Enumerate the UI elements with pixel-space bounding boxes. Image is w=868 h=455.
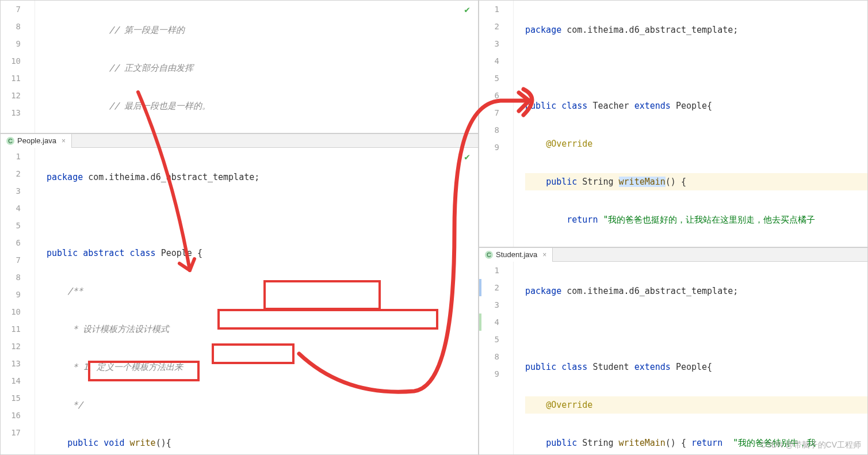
line-number: 9 xyxy=(479,139,499,156)
keyword: return xyxy=(691,438,722,448)
line-number: 17 xyxy=(1,424,21,441)
tab-label: People.java xyxy=(17,136,56,145)
line-number: 7 xyxy=(1,1,21,18)
line-number: 15 xyxy=(1,389,21,407)
line-number: 6 xyxy=(1,234,21,251)
line-number: 13 xyxy=(1,355,21,372)
editor[interactable]: ✔ 7 8 9 10 11 12 13 // 第一段是一样的 // 正文部分自由… xyxy=(1,1,478,133)
comment: * 设计模板方法设计模式 xyxy=(67,324,169,334)
close-icon[interactable]: × xyxy=(542,251,546,259)
line-number: 12 xyxy=(1,87,21,104)
line-number: 9 xyxy=(479,365,499,383)
tab-label: Student.java xyxy=(496,250,537,259)
code: com.itheima.d6_abstract_template; xyxy=(561,25,738,35)
line-number: 12 xyxy=(1,338,21,355)
line-number: 2 xyxy=(1,165,21,182)
line-number: 5 xyxy=(479,70,499,87)
comment: // 正文部分自由发挥 xyxy=(109,63,193,73)
line-number: 8 xyxy=(479,121,499,139)
keyword: class xyxy=(561,101,587,111)
code: People{ xyxy=(671,362,712,372)
keyword: package xyxy=(525,25,561,35)
line-number: 11 xyxy=(1,70,21,87)
code-area[interactable]: // 第一段是一样的 // 正文部分自由发挥 // 最后一段也是一样的。 Tea… xyxy=(35,1,478,133)
annotation: @Override xyxy=(546,400,592,410)
line-number: 2 xyxy=(479,18,499,35)
keyword: public xyxy=(67,438,98,448)
line-number: 9 xyxy=(1,35,21,52)
line-number: 3 xyxy=(1,182,21,200)
tab-student[interactable]: C Student.java × xyxy=(479,248,553,262)
line-number: 1 xyxy=(479,1,499,18)
editor-pane-bottom-right: C Student.java × 1 2 3 4 5 8 9 package c… xyxy=(479,247,868,455)
comment: // 最后一段也是一样的。 xyxy=(109,101,211,111)
code: Teacher xyxy=(587,101,634,111)
code-area[interactable]: package com.itheima.d6_abstract_template… xyxy=(35,148,478,454)
line-number: 5 xyxy=(1,217,21,234)
line-number: 4 xyxy=(479,313,499,331)
code: People { xyxy=(156,248,202,258)
editor[interactable]: 1 2 3 4 5 8 9 package com.itheima.d6_abs… xyxy=(479,262,867,454)
code: Student xyxy=(587,362,634,372)
keyword: class xyxy=(561,362,587,372)
comment: */ xyxy=(67,400,83,410)
watermark: CSDN @带脑子的CV工程师 xyxy=(760,440,861,450)
editor[interactable]: ✔ 1 2 3 4 5 6 7 8 9 10 11 12 13 14 15 16… xyxy=(1,148,478,454)
keyword: public xyxy=(525,101,556,111)
tab-people[interactable]: C People.java × xyxy=(1,134,72,148)
code: (){ xyxy=(156,438,171,448)
line-number: 11 xyxy=(1,320,21,338)
code: com.itheima.d6_abstract_template; xyxy=(83,172,259,182)
string: "我的爸爸也挺好的，让我站在这里别走，他去买点橘子 xyxy=(598,215,815,225)
code: People{ xyxy=(671,101,712,111)
line-number: 14 xyxy=(1,372,21,389)
line-number: 8 xyxy=(479,348,499,365)
method-name: write xyxy=(130,438,156,448)
line-number: 16 xyxy=(1,407,21,424)
comment: /** xyxy=(67,286,83,296)
keyword: extends xyxy=(634,362,671,372)
line-number: 7 xyxy=(1,251,21,269)
code: String xyxy=(577,438,618,448)
keyword: public xyxy=(546,177,577,187)
code-area[interactable]: package com.itheima.d6_abstract_template… xyxy=(514,262,867,454)
gutter: 1 2 3 4 5 6 7 8 9 xyxy=(479,1,514,247)
line-number: 5 xyxy=(479,331,499,348)
line-number: 2 xyxy=(479,279,499,296)
keyword: public xyxy=(47,248,78,258)
line-number: 4 xyxy=(1,200,21,217)
method-name: writeMain xyxy=(619,438,666,448)
editor[interactable]: 1 2 3 4 5 6 7 8 9 package com.itheima.d6… xyxy=(479,1,867,247)
keyword: public xyxy=(546,438,577,448)
gutter: 1 2 3 4 5 8 9 xyxy=(479,262,514,454)
code-area[interactable]: package com.itheima.d6_abstract_template… xyxy=(514,1,867,247)
keyword: extends xyxy=(634,101,671,111)
editor-pane-top-right: 1 2 3 4 5 6 7 8 9 package com.itheima.d6… xyxy=(479,0,868,247)
comment: * 1、定义一个模板方法出来 xyxy=(67,362,183,372)
tab-bar: C People.java × xyxy=(1,134,478,148)
keyword: public xyxy=(525,362,556,372)
editor-pane-top-left: ✔ 7 8 9 10 11 12 13 // 第一段是一样的 // 正文部分自由… xyxy=(0,0,479,133)
line-number: 8 xyxy=(1,269,21,286)
close-icon[interactable]: × xyxy=(62,137,66,145)
line-number: 3 xyxy=(479,296,499,313)
gutter: 7 8 9 10 11 12 13 xyxy=(1,1,35,133)
method-name: writeMain xyxy=(619,177,666,187)
class-icon: C xyxy=(6,137,14,145)
keyword: package xyxy=(47,172,83,182)
code: () { xyxy=(666,177,686,187)
line-number: 13 xyxy=(1,104,21,121)
line-number: 6 xyxy=(479,87,499,104)
line-number: 4 xyxy=(479,52,499,70)
line-number: 7 xyxy=(479,104,499,121)
class-icon: C xyxy=(485,251,493,259)
line-number: 10 xyxy=(1,52,21,70)
keyword: void xyxy=(104,438,124,448)
tab-bar: C Student.java × xyxy=(479,248,867,262)
line-number: 10 xyxy=(1,303,21,320)
annotation: @Override xyxy=(546,139,592,149)
line-number: 8 xyxy=(1,18,21,35)
code: () { xyxy=(666,438,691,448)
editor-pane-bottom-left: C People.java × ✔ 1 2 3 4 5 6 7 8 9 10 1… xyxy=(0,133,479,455)
keyword: abstract xyxy=(83,248,124,258)
